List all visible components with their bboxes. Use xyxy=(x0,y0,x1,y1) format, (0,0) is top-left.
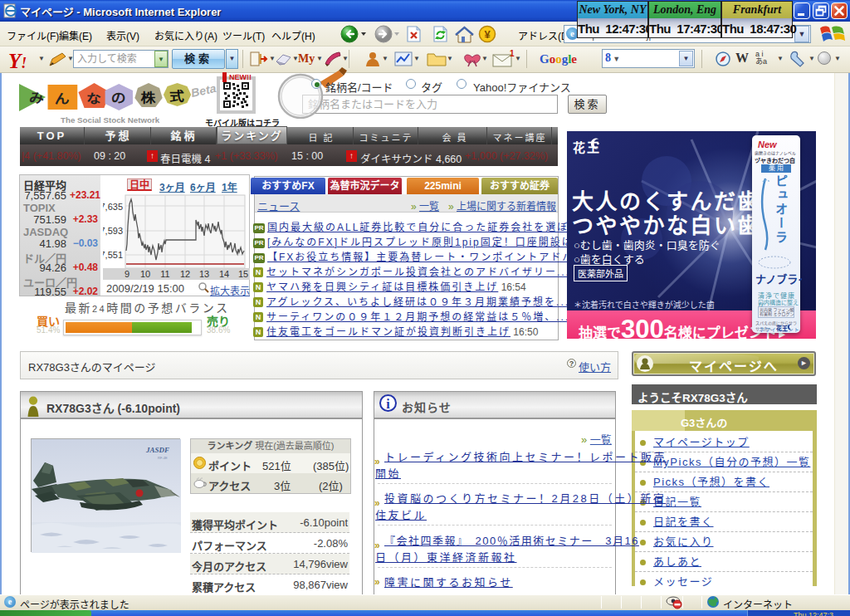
svg-text:式: 式 xyxy=(169,88,184,102)
svg-text:株: 株 xyxy=(140,90,155,104)
svg-text:The Social Stock Network: The Social Stock Network xyxy=(61,117,160,125)
svg-text:9: 9 xyxy=(125,269,129,279)
svg-text:12: 12 xyxy=(180,269,190,279)
svg-text:み: み xyxy=(29,90,44,104)
svg-text:¥: ¥ xyxy=(484,28,491,41)
svg-text:7,593: 7,593 xyxy=(103,226,123,236)
svg-text:10: 10 xyxy=(140,269,150,279)
svg-text:の: の xyxy=(111,90,126,104)
svg-text:な: な xyxy=(86,91,101,105)
svg-text:ん: ん xyxy=(55,91,70,105)
svg-text:RF-4E: RF-4E xyxy=(158,456,168,460)
svg-text:11: 11 xyxy=(160,269,169,279)
svg-text:JASDF: JASDF xyxy=(145,446,169,454)
svg-text:7,635: 7,635 xyxy=(103,202,123,212)
svg-text:14: 14 xyxy=(219,269,229,279)
svg-text:7,551: 7,551 xyxy=(103,250,123,260)
svg-text:13: 13 xyxy=(199,269,209,279)
svg-text:15: 15 xyxy=(238,269,248,279)
